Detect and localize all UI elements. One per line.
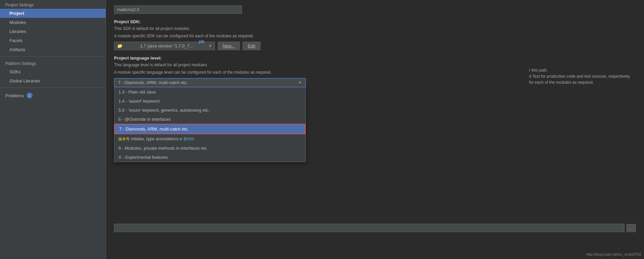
sidebar-item-artifacts[interactable]: Artifacts — [0, 45, 106, 54]
dropdown-item-8[interactable]: 版本号 mbdas, type annotations e 新特性 — [114, 134, 306, 144]
jdk-label: jdk — [199, 39, 205, 44]
sdk-dropdown-arrow-icon: ▼ — [209, 44, 212, 48]
compiler-row: ... — [114, 224, 636, 232]
sdk-dropdown[interactable]: 📁 1.7 (java version "1.7.0_7... jdk ▼ — [114, 42, 215, 50]
sidebar-item-libraries[interactable]: Libraries — [0, 27, 106, 36]
compiler-browse-button[interactable]: ... — [627, 224, 636, 232]
lang-level-dropdown[interactable]: 7 - Diamonds, ARM, multi-catch etc. ▼ — [114, 78, 306, 87]
sdk-title: Project SDK: — [114, 19, 636, 24]
dropdown-item-X[interactable]: X - Experimental features — [114, 153, 306, 162]
sidebar-item-sdks[interactable]: SDKs — [0, 67, 106, 76]
sidebar-item-global-libraries[interactable]: Global Libraries — [0, 76, 106, 85]
lang-level-popup: 1.3 - Plain old Java 1.4 - 'assert' keyw… — [114, 87, 306, 162]
problems-label: Problems — [5, 93, 24, 98]
sdk-desc2: A module specific SDK can be configured … — [114, 33, 636, 39]
new-feature-badge-8: 新特性 — [183, 137, 194, 141]
sdk-row: 📁 1.7 (java version "1.7.0_7... jdk ▼ Ne… — [114, 42, 636, 50]
compiler-output-row: ... — [114, 218, 636, 232]
dropdown-item-6[interactable]: 6 - @Override in interfaces — [114, 115, 306, 124]
project-name-input[interactable] — [114, 5, 242, 14]
project-settings-header: Project Settings — [0, 0, 106, 9]
new-sdk-button[interactable]: New... — [218, 42, 240, 50]
sidebar-item-project[interactable]: Project — [0, 9, 106, 18]
sdk-value: 1.7 (java version "1.7.0_7... — [140, 43, 193, 48]
compiler-output-input[interactable] — [114, 224, 624, 232]
lang-level-selected-value: 7 - Diamonds, ARM, multi-catch etc. — [118, 80, 188, 85]
sidebar-divider — [0, 56, 106, 57]
edit-sdk-button[interactable]: Edit — [243, 42, 260, 50]
version-badge-8: 版本号 — [118, 137, 130, 141]
right-panel-texts: r this path. d Test for production code … — [529, 67, 631, 85]
problems-item[interactable]: Problems 1 — [0, 90, 106, 101]
sidebar-divider-2 — [0, 87, 106, 88]
dropdown-item-1.3[interactable]: 1.3 - Plain old Java — [114, 87, 306, 97]
sidebar: Project Settings Project Modules Librari… — [0, 0, 106, 259]
main-container: Project Settings Project Modules Librari… — [0, 0, 644, 259]
right-text-1: r this path. — [529, 67, 631, 73]
dropdown-item-5.0[interactable]: 5.0 - 'enum' keyword, generics, autoboxi… — [114, 106, 306, 115]
sidebar-item-facets[interactable]: Facets — [0, 36, 106, 45]
sdk-folder-icon: 📁 — [117, 43, 122, 48]
lang-level-dropdown-container: 7 - Diamonds, ARM, multi-catch etc. ▼ 1.… — [114, 78, 306, 87]
watermark: http://blog.csdn.net/cc_smile0702 — [586, 252, 641, 256]
problems-badge: 1 — [27, 92, 33, 99]
lang-level-title: Project language level: — [114, 56, 636, 61]
platform-settings-header: Platform Settings — [0, 59, 106, 67]
content-area: Project SDK: This SDK is default for all… — [106, 0, 644, 259]
sidebar-item-modules[interactable]: Modules — [0, 18, 106, 27]
sdk-desc1: This SDK is default for all project modu… — [114, 26, 636, 32]
right-text-3: for each of the modules as required. — [529, 79, 631, 85]
dropdown-item-9[interactable]: 9 - Modules, private methods in interfac… — [114, 144, 306, 153]
right-text-2: d Test for production code and test sour… — [529, 73, 631, 79]
dropdown-item-1.4[interactable]: 1.4 - 'assert' keyword — [114, 97, 306, 106]
dropdown-item-7[interactable]: 7 - Diamonds, ARM, multi-catch etc. — [114, 124, 306, 134]
sdk-section: Project SDK: This SDK is default for all… — [114, 19, 636, 50]
lang-level-arrow-icon: ▼ — [298, 81, 302, 84]
